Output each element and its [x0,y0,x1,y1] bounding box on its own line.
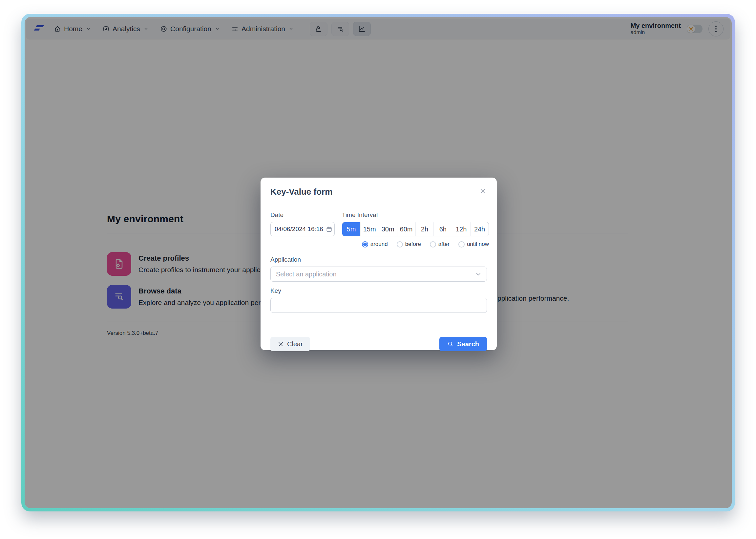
radio-before[interactable]: before [397,241,421,248]
search-icon [447,341,454,347]
radio-dot [458,241,465,248]
search-button[interactable]: Search [439,337,487,351]
close-icon [479,188,486,194]
date-field-group: Date 04/06/2024 16:16 [270,211,335,248]
radio-label: after [439,241,449,248]
radio-until-now[interactable]: until now [458,241,489,248]
interval-5m[interactable]: 5m [342,222,360,236]
interval-15m[interactable]: 15m [360,222,378,236]
app-content: Home Analytics Configuration [25,17,732,508]
radio-around[interactable]: around [362,241,388,248]
modal-footer: Clear Search [270,337,487,351]
radio-after[interactable]: after [430,241,449,248]
interval-12h[interactable]: 12h [452,222,470,236]
key-label: Key [270,287,487,294]
time-interval-group: Time Interval 5m 15m 30m 60m 2h 6h 12h 2… [342,211,489,248]
calendar-icon [326,226,332,232]
anchor-radio-group: around before after until now [342,241,489,248]
key-value-form-modal: Key-Value form Date 04/06/2024 16:16 [260,178,497,350]
radio-label: before [405,241,421,248]
x-icon [278,341,284,347]
date-value: 04/06/2024 16:16 [275,225,323,233]
date-input[interactable]: 04/06/2024 16:16 [270,222,335,236]
chevron-down-icon [475,271,481,277]
interval-6h[interactable]: 6h [434,222,452,236]
application-placeholder: Select an application [276,270,475,278]
date-label: Date [270,211,335,219]
application-label: Application [270,256,487,263]
interval-60m[interactable]: 60m [397,222,415,236]
modal-title: Key-Value form [270,187,487,197]
clear-button-label: Clear [287,341,303,348]
radio-label: around [371,241,388,248]
time-interval-label: Time Interval [342,211,489,219]
radio-dot [397,241,403,248]
search-button-label: Search [457,341,479,348]
time-interval-segmented: 5m 15m 30m 60m 2h 6h 12h 24h [342,222,489,236]
date-time-row: Date 04/06/2024 16:16 Time Interval 5m 1… [270,211,487,248]
modal-divider [270,324,487,324]
interval-24h[interactable]: 24h [470,222,489,236]
radio-label: until now [467,241,489,248]
app-window: Home Analytics Configuration [21,14,735,511]
radio-dot [430,241,436,248]
radio-dot [362,241,368,248]
key-input[interactable] [270,298,487,313]
clear-button[interactable]: Clear [270,337,310,351]
interval-2h[interactable]: 2h [415,222,434,236]
modal-close-button[interactable] [478,186,488,196]
application-select[interactable]: Select an application [270,267,487,282]
interval-30m[interactable]: 30m [378,222,397,236]
